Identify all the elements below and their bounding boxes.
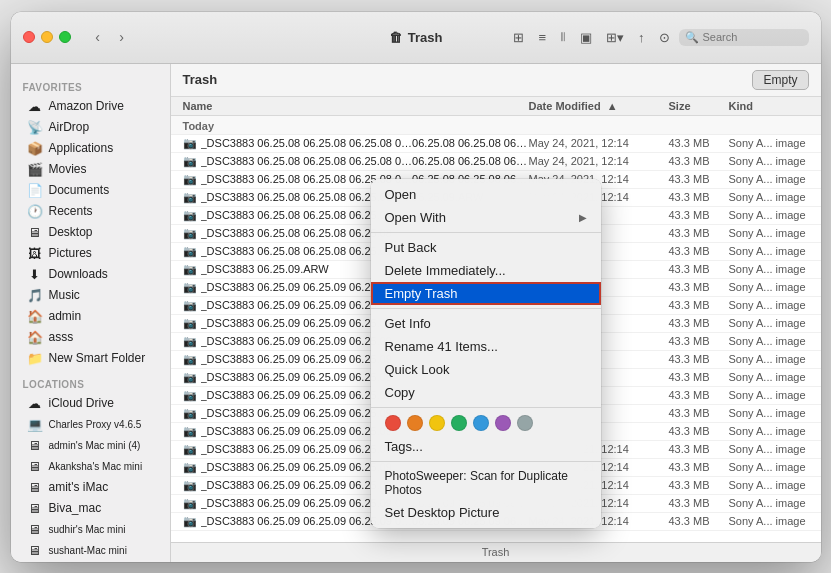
amits-icon: 🖥 bbox=[27, 480, 43, 495]
sidebar-item-applications[interactable]: 📦 Applications bbox=[15, 138, 166, 159]
file-size: 43.3 MB bbox=[669, 353, 729, 365]
pictures-icon: 🖼 bbox=[27, 246, 43, 261]
sudhir-icon: 🖥 bbox=[27, 522, 43, 537]
color-green-dot[interactable] bbox=[451, 415, 467, 431]
icloud-icon: ☁ bbox=[27, 396, 43, 411]
color-yellow-dot[interactable] bbox=[429, 415, 445, 431]
color-orange-dot[interactable] bbox=[407, 415, 423, 431]
context-menu-quick-look[interactable]: Quick Look bbox=[371, 358, 601, 381]
context-menu-open[interactable]: Open bbox=[371, 183, 601, 206]
file-size: 43.3 MB bbox=[669, 281, 729, 293]
context-menu-empty-trash[interactable]: Empty Trash bbox=[371, 282, 601, 305]
sidebar-item-music[interactable]: 🎵 Music bbox=[15, 285, 166, 306]
gallery-view-btn[interactable]: ▣ bbox=[575, 27, 597, 48]
sidebar-item-recents[interactable]: 🕐 Recents bbox=[15, 201, 166, 222]
color-tags-row bbox=[371, 411, 601, 435]
context-menu-photosweeper[interactable]: PhotoSweeper: Scan for Duplicate Photos bbox=[371, 465, 601, 501]
context-menu-open-with[interactable]: Open With ▶ bbox=[371, 206, 601, 229]
downloads-icon: ⬇ bbox=[27, 267, 43, 282]
file-icon: 📷 bbox=[183, 263, 197, 276]
file-kind: Sony A... image bbox=[729, 389, 809, 401]
column-name-header: Name bbox=[183, 100, 529, 112]
file-name: _DSC3883 06.25.08 06.25.08 06.25.08 0…06… bbox=[201, 137, 529, 149]
context-menu: Open Open With ▶ Put Back Delete Immedia… bbox=[371, 179, 601, 528]
trash-title-icon: 🗑 bbox=[389, 30, 402, 45]
delete-immediately-label: Delete Immediately... bbox=[385, 263, 506, 278]
color-blue-dot[interactable] bbox=[473, 415, 489, 431]
empty-trash-button[interactable]: Empty bbox=[752, 70, 808, 90]
column-view-btn[interactable]: ⫴ bbox=[555, 26, 571, 48]
rename-label: Rename 41 Items... bbox=[385, 339, 498, 354]
color-red-dot[interactable] bbox=[385, 415, 401, 431]
sidebar-item-label: Akanksha's Mac mini bbox=[49, 461, 143, 472]
sidebar-item-airdrop[interactable]: 📡 AirDrop bbox=[15, 117, 166, 138]
sidebar-item-biva[interactable]: 🖥 Biva_mac bbox=[15, 498, 166, 519]
titlebar: ‹ › 🗑 Trash ⊞ ≡ ⫴ ▣ ⊞▾ ↑ ⊙ 🔍 bbox=[11, 12, 821, 64]
finder-window: ‹ › 🗑 Trash ⊞ ≡ ⫴ ▣ ⊞▾ ↑ ⊙ 🔍 Favorites bbox=[11, 12, 821, 562]
sidebar-item-sudhir[interactable]: 🖥 sudhir's Mac mini bbox=[15, 519, 166, 540]
context-menu-delete-immediately[interactable]: Delete Immediately... bbox=[371, 259, 601, 282]
action-btn[interactable]: ⊙ bbox=[654, 27, 675, 48]
table-row[interactable]: 📷_DSC3883 06.25.08 06.25.08 06.25.08 0…0… bbox=[171, 135, 821, 153]
minimize-button[interactable] bbox=[41, 31, 53, 43]
sidebar-item-desktop[interactable]: 🖥 Desktop bbox=[15, 222, 166, 243]
context-menu-tags[interactable]: Tags... bbox=[371, 435, 601, 458]
share-btn[interactable]: ↑ bbox=[633, 27, 650, 48]
sidebar-item-label: amit's iMac bbox=[49, 480, 109, 494]
sidebar-item-charles[interactable]: 💻 Charles Proxy v4.6.5 bbox=[15, 414, 166, 435]
sidebar-item-documents[interactable]: 📄 Documents bbox=[15, 180, 166, 201]
sidebar-item-akanksha[interactable]: 🖥 Akanksha's Mac mini bbox=[15, 456, 166, 477]
open-with-label: Open With bbox=[385, 210, 446, 225]
file-icon: 📷 bbox=[183, 497, 197, 510]
sidebar-item-network[interactable]: 🌐 Network bbox=[15, 561, 166, 562]
color-purple-dot[interactable] bbox=[495, 415, 511, 431]
file-size: 43.3 MB bbox=[669, 389, 729, 401]
context-menu-put-back[interactable]: Put Back bbox=[371, 236, 601, 259]
file-name: _DSC3883 06.25.08 06.25.08 06.25.08 0…06… bbox=[201, 155, 529, 167]
color-gray-dot[interactable] bbox=[517, 415, 533, 431]
sidebar-item-icloud[interactable]: ☁ iCloud Drive bbox=[15, 393, 166, 414]
icon-view-btn[interactable]: ⊞ bbox=[508, 27, 529, 48]
context-menu-copy[interactable]: Copy bbox=[371, 381, 601, 404]
admins-mini-icon: 🖥 bbox=[27, 438, 43, 453]
set-desktop-label: Set Desktop Picture bbox=[385, 505, 500, 520]
sidebar-item-label: asss bbox=[49, 330, 74, 344]
sidebar-item-asss[interactable]: 🏠 asss bbox=[15, 327, 166, 348]
search-box[interactable]: 🔍 bbox=[679, 29, 809, 46]
sidebar-item-movies[interactable]: 🎬 Movies bbox=[15, 159, 166, 180]
file-size: 43.3 MB bbox=[669, 263, 729, 275]
sidebar-item-sushant[interactable]: 🖥 sushant-Mac mini bbox=[15, 540, 166, 561]
file-icon: 📷 bbox=[183, 137, 197, 150]
file-icon: 📷 bbox=[183, 461, 197, 474]
main-panel: Trash Empty Name Date Modified ▲ Size Ki… bbox=[171, 64, 821, 562]
table-row[interactable]: 📷_DSC3883 06.25.08 06.25.08 06.25.08 0…0… bbox=[171, 153, 821, 171]
sushant-icon: 🖥 bbox=[27, 543, 43, 558]
sidebar-item-amits-imac[interactable]: 🖥 amit's iMac bbox=[15, 477, 166, 498]
file-size: 43.3 MB bbox=[669, 425, 729, 437]
list-view-btn[interactable]: ≡ bbox=[533, 27, 551, 48]
file-list-header: Name Date Modified ▲ Size Kind bbox=[171, 97, 821, 116]
forward-button[interactable]: › bbox=[111, 26, 133, 48]
close-button[interactable] bbox=[23, 31, 35, 43]
locations-section-label: Locations bbox=[11, 369, 170, 393]
sidebar-item-smart-folder[interactable]: 📁 New Smart Folder bbox=[15, 348, 166, 369]
sidebar-item-downloads[interactable]: ⬇ Downloads bbox=[15, 264, 166, 285]
context-menu-rename[interactable]: Rename 41 Items... bbox=[371, 335, 601, 358]
file-kind: Sony A... image bbox=[729, 317, 809, 329]
group-btn[interactable]: ⊞▾ bbox=[601, 27, 629, 48]
search-input[interactable] bbox=[703, 31, 803, 43]
sidebar-item-admins-mini[interactable]: 🖥 admin's Mac mini (4) bbox=[15, 435, 166, 456]
copy-label: Copy bbox=[385, 385, 415, 400]
sidebar-item-admin[interactable]: 🏠 admin bbox=[15, 306, 166, 327]
context-menu-set-desktop[interactable]: Set Desktop Picture bbox=[371, 501, 601, 524]
back-button[interactable]: ‹ bbox=[87, 26, 109, 48]
column-size-header: Size bbox=[669, 100, 729, 112]
sidebar-item-pictures[interactable]: 🖼 Pictures bbox=[15, 243, 166, 264]
file-size: 43.3 MB bbox=[669, 461, 729, 473]
fullscreen-button[interactable] bbox=[59, 31, 71, 43]
file-icon: 📷 bbox=[183, 227, 197, 240]
sidebar-item-amazon-drive[interactable]: ☁ Amazon Drive bbox=[15, 96, 166, 117]
documents-icon: 📄 bbox=[27, 183, 43, 198]
context-menu-get-info[interactable]: Get Info bbox=[371, 312, 601, 335]
separator-3 bbox=[371, 407, 601, 408]
